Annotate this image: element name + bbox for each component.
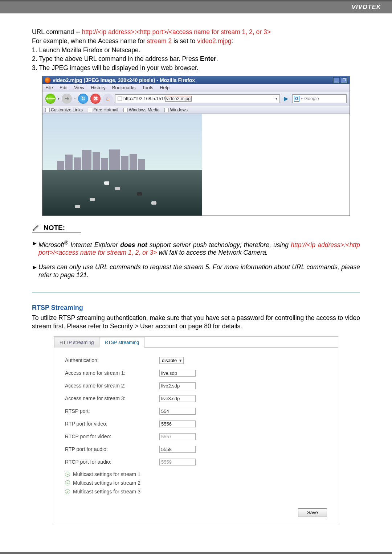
rtsp-settings-panel: HTTP streaming RTSP streaming Authentica… [54, 336, 338, 523]
forward-icon[interactable]: ➔ [62, 94, 72, 104]
minimize-icon[interactable]: _ [333, 77, 340, 83]
bookmark-item[interactable]: Free Hotmail [88, 107, 118, 112]
home-icon[interactable]: ⌂ [103, 94, 113, 104]
firefox-toolbar: ⟵ ▾ ➔ ▾ ↻ ✖ ⌂ http://192.168.5.151/video… [42, 91, 350, 106]
rtcp-audio-input[interactable]: 5559 [159, 459, 196, 465]
note-item-2: Users can only use URL commands to reque… [32, 263, 360, 279]
firefox-titlebar: video2.mjpg (JPEG Image, 320x240 pixels)… [42, 76, 350, 84]
tab-rtsp-streaming[interactable]: RTSP streaming [99, 337, 144, 348]
note-block: NOTE: Microsoft® Internet Explorer does … [32, 224, 360, 293]
rtsp-port-input[interactable]: 554 [159, 408, 196, 415]
example-line: For example, when the Access name for st… [32, 37, 360, 45]
search-box[interactable]: G ▾ Google [292, 94, 347, 103]
stream2-input[interactable]: live2.sdp [159, 382, 196, 389]
bookmark-icon [123, 108, 128, 112]
step-2: 2. Type the above URL command in the add… [32, 55, 360, 63]
stream1-label: Access name for stream 1: [65, 370, 159, 376]
bookmark-item[interactable]: Customize Links [45, 107, 83, 112]
multicast-stream2-toggle[interactable]: » Multicast settings for stream 2 [65, 480, 327, 486]
bookmark-icon [164, 108, 169, 112]
expand-icon: » [65, 480, 70, 485]
back-dropdown-icon[interactable]: ▾ [58, 97, 60, 100]
rtsp-port-label: RTSP port: [65, 408, 159, 414]
search-placeholder: Google [304, 96, 319, 101]
google-icon: G [294, 96, 299, 102]
note-icon [32, 224, 40, 232]
menu-history[interactable]: History [91, 85, 105, 90]
restore-icon[interactable]: ❐ [341, 77, 347, 83]
rtcp-video-input[interactable]: 5557 [159, 433, 196, 440]
rtcp-video-label: RTCP port for video: [65, 434, 159, 439]
tab-http-streaming[interactable]: HTTP streaming [54, 337, 99, 348]
rtp-video-label: RTP port for video: [65, 421, 159, 427]
brand-label: VIVOTEK [351, 4, 381, 11]
address-dropdown-icon[interactable]: ▾ [275, 97, 277, 100]
bookmark-icon [45, 108, 50, 112]
menu-bookmarks[interactable]: Bookmarks [112, 85, 136, 90]
auth-select[interactable]: disable [159, 357, 184, 364]
expand-icon: » [65, 489, 70, 494]
stop-icon[interactable]: ✖ [90, 94, 101, 104]
save-button[interactable]: Save [298, 508, 327, 517]
bookmark-item[interactable]: Windows Media [123, 107, 160, 112]
bookmarks-toolbar: Customize Links Free Hotmail Windows Med… [42, 106, 350, 114]
multicast-stream1-toggle[interactable]: » Multicast settings for stream 1 [65, 471, 327, 477]
stream3-label: Access name for stream 3: [65, 395, 159, 401]
rtcp-audio-label: RTCP port for audio: [65, 459, 159, 465]
go-icon[interactable]: ▶ [282, 95, 290, 103]
rtsp-heading: RTSP Streaming [32, 304, 360, 312]
menu-edit[interactable]: Edit [60, 85, 68, 90]
stream1-input[interactable]: live.sdp [159, 370, 196, 377]
step-1: 1. Launch Mozilla Firefox or Netscape. [32, 46, 360, 54]
bookmark-item[interactable]: Windows [164, 107, 188, 112]
menu-tools[interactable]: Tools [142, 85, 153, 90]
stream2-label: Access name for stream 2: [65, 383, 159, 389]
firefox-icon [45, 77, 50, 83]
auth-label: Authentication: [65, 357, 159, 363]
step-3: 3. The JPEG images will be displayed in … [32, 64, 360, 72]
menu-help[interactable]: Help [160, 85, 170, 90]
window-title: video2.mjpg (JPEG Image, 320x240 pixels)… [53, 77, 195, 83]
menu-view[interactable]: View [74, 85, 84, 90]
note-heading: NOTE: [44, 224, 65, 232]
window-controls: _ ❐ [333, 77, 347, 83]
address-bar[interactable]: http://192.168.5.151/video2.mjpg ▾ [115, 94, 280, 103]
rtp-audio-input[interactable]: 5558 [159, 446, 196, 453]
page-footer: User's Manual - 71 [0, 552, 392, 554]
rtp-audio-label: RTP port for audio: [65, 446, 159, 452]
video-frame [42, 114, 202, 216]
search-engine-dropdown-icon[interactable]: ▾ [301, 97, 303, 100]
reload-icon[interactable]: ↻ [78, 94, 88, 104]
bookmark-icon [88, 108, 92, 112]
menu-file[interactable]: File [45, 85, 53, 90]
multicast-stream3-toggle[interactable]: » Multicast settings for stream 3 [65, 489, 327, 495]
expand-icon: » [65, 472, 70, 477]
forward-dropdown-icon[interactable]: ▾ [74, 97, 76, 100]
firefox-menubar[interactable]: File Edit View History Bookmarks Tools H… [42, 84, 350, 91]
note-item-1: Microsoft® Internet Explorer does not su… [32, 239, 360, 257]
back-icon[interactable]: ⟵ [45, 94, 56, 104]
rtp-video-input[interactable]: 5556 [159, 420, 196, 427]
stream3-input[interactable]: live3.sdp [159, 395, 196, 402]
rtsp-paragraph: To utilize RTSP streaming authentication… [32, 314, 360, 331]
firefox-window: video2.mjpg (JPEG Image, 320x240 pixels)… [42, 76, 350, 216]
page-icon [118, 97, 122, 101]
url-command-line: URL command -- http://<ip address>:<http… [32, 28, 360, 36]
